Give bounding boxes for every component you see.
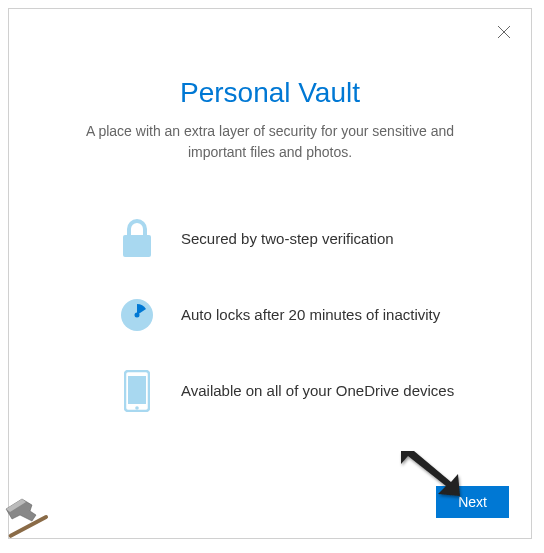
feature-text: Auto locks after 20 minutes of inactivit…	[181, 304, 440, 327]
feature-item: Secured by two-step verification	[117, 219, 471, 259]
feature-text: Available on all of your OneDrive device…	[181, 380, 454, 403]
feature-text: Secured by two-step verification	[181, 228, 394, 251]
dialog-title: Personal Vault	[9, 77, 531, 109]
svg-point-4	[135, 313, 140, 318]
close-icon	[498, 26, 510, 38]
svg-rect-2	[123, 235, 151, 257]
phone-icon	[117, 371, 157, 411]
feature-list: Secured by two-step verification Auto lo…	[9, 219, 531, 411]
dialog-header: Personal Vault A place with an extra lay…	[9, 9, 531, 163]
clock-icon	[117, 295, 157, 335]
feature-item: Available on all of your OneDrive device…	[117, 371, 471, 411]
dialog-subtitle: A place with an extra layer of security …	[9, 121, 531, 163]
personal-vault-dialog: Personal Vault A place with an extra lay…	[8, 8, 532, 539]
svg-point-7	[135, 406, 139, 410]
close-button[interactable]	[495, 23, 513, 41]
svg-rect-6	[128, 376, 146, 404]
lock-icon	[117, 219, 157, 259]
next-button[interactable]: Next	[436, 486, 509, 518]
feature-item: Auto locks after 20 minutes of inactivit…	[117, 295, 471, 335]
